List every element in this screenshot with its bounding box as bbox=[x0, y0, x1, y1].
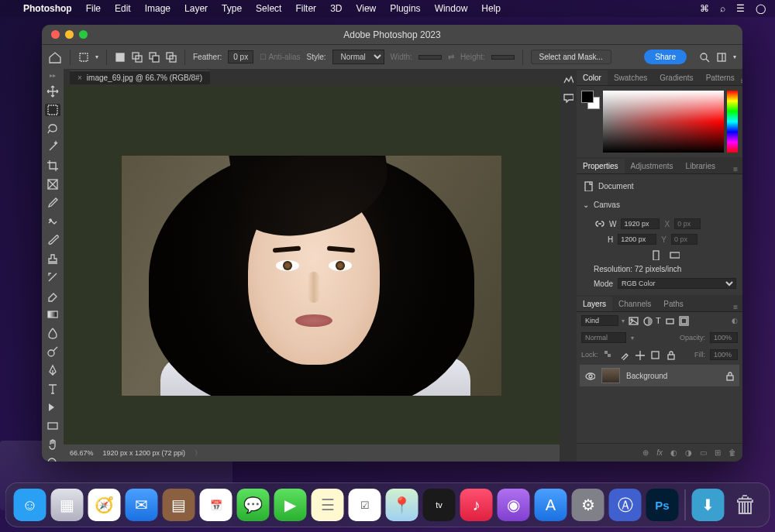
menu-3d[interactable]: 3D bbox=[330, 3, 342, 14]
dock-reminders-icon[interactable]: ☑ bbox=[349, 489, 381, 521]
new-selection-icon[interactable] bbox=[115, 52, 126, 63]
menu-edit[interactable]: Edit bbox=[115, 3, 131, 14]
lock-icon[interactable] bbox=[724, 370, 735, 381]
histogram-collapsed-icon[interactable] bbox=[563, 74, 574, 84]
comments-collapsed-icon[interactable] bbox=[563, 92, 574, 103]
tab-swatches[interactable]: Swatches bbox=[608, 70, 653, 85]
mask-icon[interactable]: ◐ bbox=[670, 448, 677, 457]
layer-kind-filter[interactable] bbox=[581, 315, 618, 326]
zoom-value[interactable]: 66.67% bbox=[70, 449, 94, 457]
dock-trash-icon[interactable]: 🗑 bbox=[729, 489, 762, 521]
brush-tool[interactable] bbox=[45, 234, 60, 246]
filter-shape-icon[interactable] bbox=[664, 315, 675, 326]
tab-close-icon[interactable]: × bbox=[78, 74, 82, 82]
dock-maps-icon[interactable]: 📍 bbox=[386, 489, 418, 521]
dodge-tool[interactable] bbox=[45, 345, 60, 358]
eyedropper-tool[interactable] bbox=[45, 197, 60, 209]
tab-patterns[interactable]: Patterns bbox=[700, 70, 741, 85]
dock-settings-icon[interactable]: ⚙ bbox=[572, 489, 604, 521]
dock-facetime-icon[interactable]: ▶ bbox=[274, 489, 307, 521]
dock-notes-icon[interactable]: ☰ bbox=[312, 489, 344, 521]
lock-pos-icon[interactable] bbox=[634, 349, 645, 360]
select-and-mask-button[interactable]: Select and Mask... bbox=[531, 50, 611, 64]
filter-type-icon[interactable]: T bbox=[656, 316, 661, 325]
menu-type[interactable]: Type bbox=[222, 3, 242, 14]
dock-launchpad-icon[interactable]: ▦ bbox=[51, 489, 84, 521]
history-brush-tool[interactable] bbox=[45, 271, 60, 283]
dock-app-icon[interactable]: Ⓐ bbox=[609, 489, 642, 521]
tab-color[interactable]: Color bbox=[577, 70, 608, 85]
pen-tool[interactable] bbox=[45, 364, 60, 376]
eraser-tool[interactable] bbox=[45, 290, 60, 302]
move-tool[interactable] bbox=[45, 85, 60, 98]
tools-grip-icon[interactable]: ▸▸ bbox=[50, 72, 56, 79]
subtract-selection-icon[interactable] bbox=[149, 52, 160, 63]
intersect-selection-icon[interactable] bbox=[166, 52, 177, 63]
properties-panel-menu-icon[interactable]: ≡ bbox=[733, 165, 738, 173]
add-selection-icon[interactable] bbox=[132, 52, 143, 63]
menu-select[interactable]: Select bbox=[256, 3, 281, 14]
dock-appstore-icon[interactable]: A bbox=[535, 489, 567, 521]
filter-smart-icon[interactable] bbox=[678, 315, 689, 326]
filter-image-icon[interactable] bbox=[628, 315, 639, 326]
app-name[interactable]: Photoshop bbox=[23, 3, 72, 14]
lasso-tool[interactable] bbox=[45, 122, 60, 135]
wand-tool[interactable] bbox=[45, 141, 60, 153]
document-tab[interactable]: × image_69.jpg @ 66.7% (RGB/8#) bbox=[70, 70, 210, 84]
control-center-icon[interactable]: ☰ bbox=[736, 3, 745, 14]
dock-mail-icon[interactable]: ✉ bbox=[126, 489, 158, 521]
tab-paths[interactable]: Paths bbox=[657, 297, 690, 311]
type-tool[interactable] bbox=[45, 383, 60, 395]
rect-tool[interactable] bbox=[45, 420, 60, 432]
filter-adjust-icon[interactable] bbox=[642, 315, 653, 326]
heal-tool[interactable] bbox=[45, 215, 60, 228]
lock-trans-icon[interactable] bbox=[603, 349, 614, 360]
lock-all-icon[interactable] bbox=[665, 349, 676, 360]
workspace-dropdown-icon[interactable]: ▾ bbox=[733, 53, 736, 60]
menu-filter[interactable]: Filter bbox=[295, 3, 316, 14]
hand-tool[interactable] bbox=[45, 438, 60, 451]
tab-channels[interactable]: Channels bbox=[612, 297, 657, 311]
color-picker-field[interactable] bbox=[603, 91, 724, 153]
frame-tool[interactable] bbox=[45, 178, 60, 190]
share-button[interactable]: Share bbox=[644, 50, 687, 64]
spotlight-icon[interactable]: ⌕ bbox=[720, 3, 725, 14]
menu-view[interactable]: View bbox=[356, 3, 376, 14]
path-tool[interactable] bbox=[45, 401, 60, 414]
dock-downloads-icon[interactable]: ⬇ bbox=[692, 489, 725, 521]
delete-layer-icon[interactable]: 🗑 bbox=[728, 448, 736, 457]
group-icon[interactable]: ▭ bbox=[700, 448, 707, 457]
tab-libraries[interactable]: Libraries bbox=[680, 159, 722, 173]
siri-icon[interactable]: ◯ bbox=[756, 3, 766, 14]
crop-tool[interactable] bbox=[45, 160, 60, 172]
landscape-orient-icon[interactable] bbox=[669, 249, 680, 260]
dock-photoshop-icon[interactable]: Ps bbox=[646, 489, 679, 521]
dock-contacts-icon[interactable]: ▤ bbox=[163, 489, 195, 521]
search-icon[interactable] bbox=[699, 52, 710, 63]
hue-slider[interactable] bbox=[727, 91, 738, 153]
link-layers-icon[interactable]: ⊕ bbox=[642, 448, 649, 457]
fx-icon[interactable]: fx bbox=[656, 448, 663, 457]
marquee-dropdown-icon[interactable]: ▾ bbox=[95, 53, 98, 60]
menu-file[interactable]: File bbox=[86, 3, 101, 14]
tab-layers[interactable]: Layers bbox=[577, 297, 612, 311]
dock-tv-icon[interactable]: tv bbox=[423, 489, 456, 521]
dock-calendar-icon[interactable]: 📅 bbox=[200, 489, 232, 521]
fgbg-swatches[interactable] bbox=[581, 91, 600, 109]
home-icon[interactable] bbox=[48, 51, 62, 63]
layer-thumbnail[interactable] bbox=[601, 368, 620, 383]
tab-properties[interactable]: Properties bbox=[577, 159, 625, 173]
color-panel-menu-icon[interactable]: ≡ bbox=[741, 77, 742, 85]
dock-finder-icon[interactable]: ☺ bbox=[14, 489, 46, 521]
menu-window[interactable]: Window bbox=[435, 3, 468, 14]
layer-row[interactable]: Background bbox=[580, 365, 739, 386]
layer-name[interactable]: Background bbox=[626, 372, 667, 380]
dock-safari-icon[interactable]: 🧭 bbox=[88, 489, 121, 521]
feather-input[interactable]: 0 px bbox=[228, 50, 253, 63]
mode-select[interactable]: RGB Color bbox=[618, 278, 736, 289]
dock-music-icon[interactable]: ♪ bbox=[460, 489, 493, 521]
lock-artboard-icon[interactable] bbox=[649, 349, 660, 360]
menu-plugins[interactable]: Plugins bbox=[390, 3, 420, 14]
adjustment-layer-icon[interactable]: ◑ bbox=[685, 448, 692, 457]
menuextra-icon[interactable]: ⌘ bbox=[700, 3, 709, 14]
